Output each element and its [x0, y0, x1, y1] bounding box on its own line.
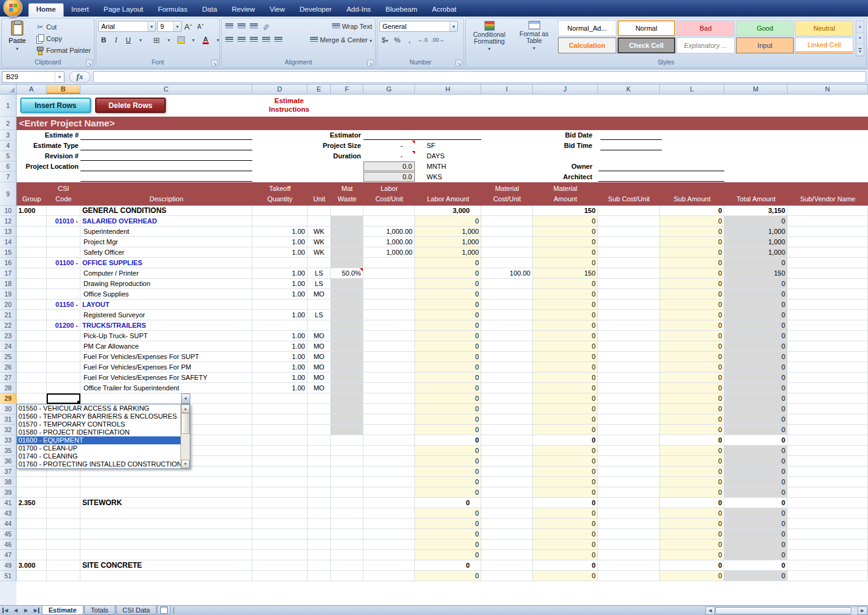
cell-G24[interactable]: [363, 341, 415, 352]
cell-E43[interactable]: [308, 508, 331, 519]
cell-L17[interactable]: 0: [660, 268, 724, 279]
cell-G12[interactable]: [363, 216, 415, 226]
cell-D14[interactable]: 1.00: [252, 237, 308, 247]
cell-E21[interactable]: LS: [308, 310, 331, 320]
cell-C41[interactable]: SITEWORK: [80, 498, 252, 508]
cell-N20[interactable]: [788, 300, 868, 310]
cell-L23[interactable]: 0: [660, 331, 724, 341]
column-header-H[interactable]: H: [415, 85, 481, 94]
cell-A41[interactable]: 2.350: [17, 498, 47, 508]
underline-arrow-icon[interactable]: [135, 34, 146, 45]
cell-G44[interactable]: [363, 519, 415, 529]
clipboard-dialog-launcher[interactable]: [86, 60, 93, 66]
cell-N18[interactable]: [788, 279, 868, 289]
cell-F32[interactable]: [331, 425, 363, 435]
cell-E30[interactable]: [308, 404, 331, 414]
accounting-format-button[interactable]: $: [379, 34, 390, 45]
cell-H28[interactable]: 0: [415, 383, 481, 393]
csi-dropdown-item-0[interactable]: 01550 - VEHICULAR ACCESS & PARKING: [17, 404, 180, 412]
row-header-47[interactable]: 47: [0, 550, 17, 560]
cell-N14[interactable]: [788, 237, 868, 247]
cell-A23[interactable]: [17, 331, 47, 341]
cell-B49[interactable]: [47, 560, 80, 571]
cell-C17[interactable]: Computer / Printer: [80, 268, 252, 279]
cell-E32[interactable]: [308, 425, 331, 435]
form-input-line-estimate_no[interactable]: [80, 130, 252, 140]
cell-F24[interactable]: [331, 341, 363, 352]
cell-G15[interactable]: 1,000.00: [363, 247, 415, 258]
cell-L35[interactable]: 0: [660, 446, 724, 456]
cell-N29[interactable]: [788, 393, 868, 404]
cell-F36[interactable]: [331, 456, 363, 466]
cell-M44[interactable]: 0: [724, 519, 788, 529]
gallery-scroll-up-button[interactable]: [856, 21, 864, 33]
cell-K36[interactable]: [598, 456, 660, 466]
cell-I17[interactable]: 100.00: [481, 268, 533, 279]
cell-J47[interactable]: 0: [533, 550, 598, 560]
cell-I41[interactable]: [481, 498, 533, 508]
form-input-line-bid_time[interactable]: [600, 141, 662, 150]
cell-G39[interactable]: [363, 487, 415, 498]
cell-F17[interactable]: 50.0%: [331, 268, 363, 279]
cell-I47[interactable]: [481, 550, 533, 560]
insert-function-button[interactable]: fx: [69, 71, 90, 83]
cell-F10[interactable]: [331, 206, 363, 216]
cell-J26[interactable]: 0: [533, 362, 598, 373]
cell-N21[interactable]: [788, 310, 868, 320]
style-chip-good[interactable]: Good: [736, 20, 794, 36]
cell-K22[interactable]: [598, 320, 660, 331]
cell-B12[interactable]: 01010 -: [47, 216, 80, 226]
cell-D45[interactable]: [252, 529, 308, 540]
decrease-decimal-button[interactable]: [430, 34, 446, 45]
row-header-16[interactable]: 16: [0, 258, 17, 268]
cell-D10[interactable]: [252, 206, 308, 216]
cell-N39[interactable]: [788, 487, 868, 498]
cell-H36[interactable]: 0: [415, 456, 481, 466]
cell-G20[interactable]: [363, 300, 415, 310]
align-left-button[interactable]: [223, 34, 234, 45]
cell-I15[interactable]: [481, 247, 533, 258]
cell-N28[interactable]: [788, 383, 868, 393]
cell-I37[interactable]: [481, 466, 533, 477]
cell-H41[interactable]: 0: [415, 498, 481, 508]
cell-M29[interactable]: 0: [724, 393, 788, 404]
cell-B27[interactable]: [47, 373, 80, 383]
cell-M28[interactable]: 0: [724, 383, 788, 393]
cell-M16[interactable]: 0: [724, 258, 788, 268]
cell-C49[interactable]: SITE CONCRETE: [80, 560, 252, 571]
cell-B41[interactable]: [47, 498, 80, 508]
project-name-banner[interactable]: <Enter Project Name>: [17, 117, 868, 130]
row-header-29[interactable]: 29: [0, 393, 17, 404]
cell-K29[interactable]: [598, 393, 660, 404]
column-header-D[interactable]: D: [252, 85, 308, 94]
cell-G38[interactable]: [363, 477, 415, 487]
cell-G51[interactable]: [363, 571, 415, 581]
copy-button[interactable]: Copy: [34, 33, 92, 44]
cell-L20[interactable]: 0: [660, 300, 724, 310]
cell-K16[interactable]: [598, 258, 660, 268]
cell-H35[interactable]: 0: [415, 446, 481, 456]
row-header-28[interactable]: 28: [0, 383, 17, 393]
cell-C38[interactable]: [80, 477, 252, 487]
cell-L24[interactable]: 0: [660, 341, 724, 352]
row-header-26[interactable]: 26: [0, 362, 17, 373]
ribbon-tab-add-ins[interactable]: Add-Ins: [339, 3, 378, 17]
style-chip-normal[interactable]: Normal: [618, 20, 676, 36]
column-header-A[interactable]: A: [17, 85, 47, 94]
cell-M43[interactable]: 0: [724, 508, 788, 519]
align-center-button[interactable]: [236, 34, 247, 45]
align-top-button[interactable]: [223, 21, 234, 32]
cell-D26[interactable]: 1.00: [252, 362, 308, 373]
cell-H38[interactable]: 0: [415, 477, 481, 487]
cell-H12[interactable]: 0: [415, 216, 481, 226]
form-input-line-estimator[interactable]: [363, 130, 481, 140]
cell-M13[interactable]: 1,000: [724, 226, 788, 237]
cell-I14[interactable]: [481, 237, 533, 247]
cell-M32[interactable]: 0: [724, 425, 788, 435]
cell-A22[interactable]: [17, 320, 47, 331]
cell-B17[interactable]: [47, 268, 80, 279]
cell-D37[interactable]: [252, 466, 308, 477]
cell-N51[interactable]: [788, 571, 868, 581]
cell-L28[interactable]: 0: [660, 383, 724, 393]
cell-N15[interactable]: [788, 247, 868, 258]
